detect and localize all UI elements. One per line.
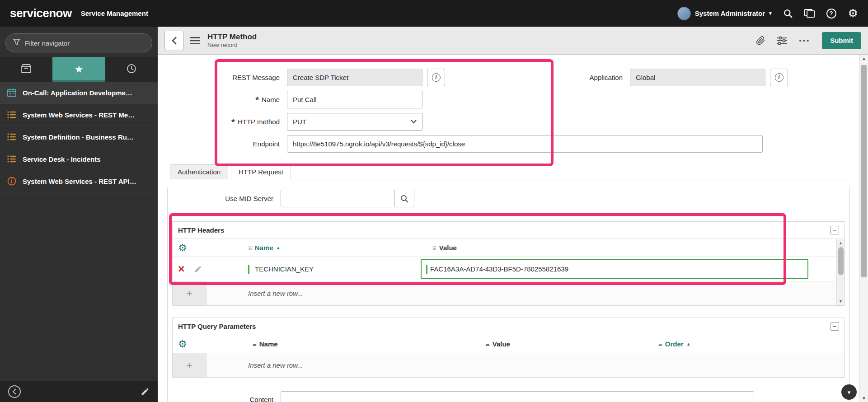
form-scroll-area: REST Message i Application i *Name <box>158 55 859 402</box>
scroll-bottom-button[interactable]: ▾ <box>841 384 857 400</box>
back-button[interactable] <box>164 31 184 50</box>
attachment-icon[interactable] <box>756 36 765 46</box>
chevron-down-icon: ▾ <box>769 10 772 16</box>
help-icon[interactable]: ? <box>826 9 836 19</box>
submit-button[interactable]: Submit <box>822 32 861 49</box>
clock-icon <box>127 64 136 75</box>
content-field[interactable] <box>281 391 754 402</box>
list-icon <box>7 155 16 163</box>
favorite-item-oncall[interactable]: On-Call: Application Developme… <box>0 82 158 104</box>
user-name: System Administrator <box>695 9 765 17</box>
header-value-input[interactable]: FAC16A3A-AD74-43D3-BF5D-780255821639 <box>421 259 808 279</box>
column-header-value[interactable]: ≡Value <box>486 340 510 348</box>
delete-row-icon[interactable]: × <box>178 263 185 275</box>
column-menu-icon: ≡ <box>253 340 257 348</box>
page-title: HTTP Method <box>207 32 257 42</box>
http-request-tab-panel: Use MID Server HTTP Headers − ⚙ <box>167 187 850 402</box>
mid-server-field[interactable] <box>281 190 395 207</box>
archive-box-icon <box>21 64 31 75</box>
column-header-name[interactable]: ≡Name <box>253 340 278 348</box>
scroll-up-icon[interactable]: ▲ <box>839 240 843 246</box>
tab-all-applications[interactable] <box>0 57 52 82</box>
funnel-icon <box>13 38 20 47</box>
scroll-up-icon[interactable]: ▲ <box>860 56 868 61</box>
content-label: Content <box>172 391 281 402</box>
form-row-content: Content <box>172 391 845 402</box>
servicenow-logo[interactable]: servicenow <box>10 6 72 20</box>
application-field[interactable] <box>630 69 765 86</box>
tab-http-request[interactable]: HTTP Request <box>231 164 291 179</box>
add-row-icon[interactable]: + <box>173 281 206 305</box>
list-settings-gear-icon[interactable]: ⚙ <box>178 243 187 253</box>
http-method-label: *HTTP method <box>158 117 287 126</box>
favorite-item-label: System Web Services - REST Me… <box>23 111 135 119</box>
sort-asc-icon: ▲ <box>276 245 281 250</box>
info-icon: i <box>775 73 784 82</box>
http-headers-title: HTTP Headers <box>178 226 224 234</box>
favorite-item-business-rules[interactable]: System Definition - Business Ru… <box>0 126 158 148</box>
header-name-cell[interactable]: TECHNICIAN_KEY <box>248 265 421 274</box>
favorite-item-incidents[interactable]: Service Desk - Incidents <box>0 148 158 170</box>
form-tabs: Authentication HTTP Request <box>167 164 850 179</box>
navigator-footer <box>0 381 158 402</box>
http-query-params-title-bar: HTTP Query Parameters − <box>173 318 845 335</box>
list-settings-gear-icon[interactable]: ⚙ <box>178 339 187 349</box>
record-header: HTTP Method New record ••• Submit <box>158 27 868 55</box>
mid-server-lookup-button[interactable] <box>395 190 414 207</box>
filter-navigator[interactable] <box>5 33 152 52</box>
top-banner: servicenow Service Management System Adm… <box>0 0 868 27</box>
scroll-down-icon[interactable]: ▼ <box>860 396 868 401</box>
edit-row-icon[interactable] <box>194 265 202 273</box>
collapse-navigator-icon[interactable] <box>8 385 21 398</box>
tab-favorites[interactable]: ★ <box>52 57 105 82</box>
header-value-text: FAC16A3A-AD74-43D3-BF5D-780255821639 <box>430 265 568 273</box>
main-content: HTTP Method New record ••• Submit <box>158 27 868 402</box>
collapse-icon[interactable]: − <box>830 322 839 331</box>
text-cursor <box>426 265 427 274</box>
insert-row-label[interactable]: Insert a new row... <box>248 353 303 377</box>
insert-row-label[interactable]: Insert a new row... <box>248 281 303 305</box>
http-headers-title-bar: HTTP Headers − <box>173 222 845 239</box>
application-navigator: ★ On-Call: Application Developme… <box>0 27 158 402</box>
filter-navigator-input[interactable] <box>25 39 145 47</box>
more-options-icon[interactable]: ••• <box>799 37 810 44</box>
favorite-item-rest-api[interactable]: System Web Services - REST API… <box>0 170 158 192</box>
http-method-select[interactable]: PUT <box>287 113 422 131</box>
favorite-item-label: System Web Services - REST API… <box>23 178 136 185</box>
required-marker-icon: * <box>255 95 259 104</box>
user-menu[interactable]: System Administrator ▾ <box>677 7 772 20</box>
form-context-menu-icon[interactable] <box>190 37 200 44</box>
rest-message-field[interactable] <box>287 69 422 86</box>
column-menu-icon: ≡ <box>248 244 252 252</box>
column-header-order[interactable]: ≡Order▲ <box>658 340 691 348</box>
collapse-icon[interactable]: − <box>830 226 839 234</box>
edit-favorites-icon[interactable] <box>141 387 150 396</box>
application-info-button[interactable]: i <box>770 69 788 86</box>
gear-icon[interactable]: ⚙ <box>848 8 858 19</box>
favorite-item-rest-messages[interactable]: System Web Services - REST Me… <box>0 104 158 126</box>
scrollbar-thumb[interactable] <box>861 65 867 277</box>
list-icon <box>7 111 16 118</box>
sort-asc-icon: ▲ <box>686 341 691 346</box>
http-method-value: PUT <box>293 118 306 126</box>
main-scrollbar[interactable]: ▲ ▼ <box>859 55 868 402</box>
app-switcher-icon[interactable] <box>804 9 815 18</box>
column-header-value[interactable]: ≡Value <box>432 244 457 252</box>
form-row-mid-server: Use MID Server <box>172 187 845 210</box>
info-circle-icon <box>7 177 16 186</box>
rest-message-info-button[interactable]: i <box>427 69 445 86</box>
http-headers-scrollbar[interactable]: ▲ ▼ <box>836 239 845 305</box>
scroll-down-icon[interactable]: ▼ <box>839 299 843 304</box>
tab-authentication[interactable]: Authentication <box>170 164 228 179</box>
add-row-icon[interactable]: + <box>173 353 206 377</box>
http-header-row: × TECHNICIAN_KEY <box>173 257 845 281</box>
name-field[interactable] <box>287 91 422 108</box>
search-icon[interactable] <box>784 9 793 18</box>
record-title-block: HTTP Method New record <box>207 32 257 49</box>
tab-history[interactable] <box>105 57 158 82</box>
column-header-name[interactable]: ≡Name▲ <box>248 244 281 252</box>
application-label: Application <box>590 74 630 81</box>
endpoint-field[interactable] <box>287 135 763 153</box>
personalize-form-icon[interactable] <box>777 36 787 45</box>
scrollbar-thumb[interactable] <box>838 247 844 275</box>
